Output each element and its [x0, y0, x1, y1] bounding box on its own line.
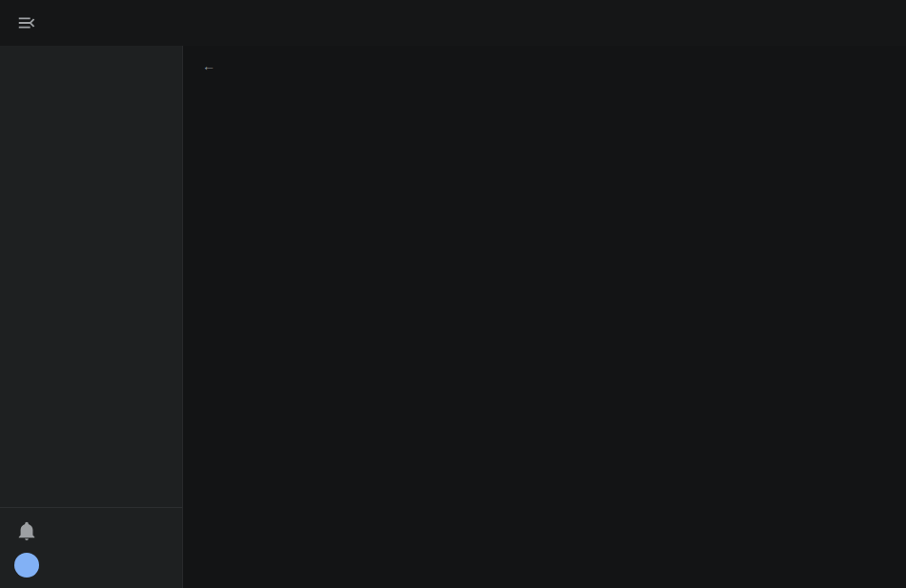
topbar-left — [0, 12, 183, 33]
choose-player-button[interactable] — [877, 15, 889, 30]
bell-icon — [16, 520, 37, 541]
sidebar — [0, 46, 183, 588]
sidebar-item-profile[interactable] — [4, 548, 178, 582]
body-row: ← — [0, 46, 906, 588]
back-arrow-icon: ← — [202, 59, 216, 72]
sidebar-spacer — [0, 51, 182, 499]
sidebar-item-notifications[interactable] — [4, 514, 178, 548]
avatar — [14, 553, 39, 578]
menu-open-icon[interactable] — [16, 12, 37, 33]
top-header-bar — [0, 0, 906, 46]
breadcrumb-back[interactable]: ← — [202, 55, 222, 76]
main-content: ← — [183, 46, 906, 588]
app-window: ← — [0, 0, 906, 588]
sidebar-divider — [0, 507, 182, 508]
